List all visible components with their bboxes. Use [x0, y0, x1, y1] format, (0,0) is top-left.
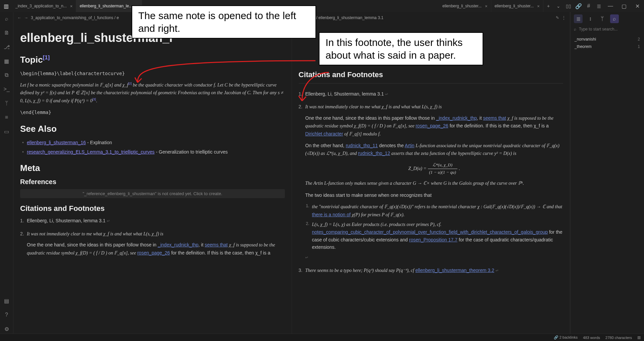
link-tool-icon[interactable]: 🔗 — [574, 0, 584, 12]
wikilink[interactable]: ellenberg_li_shusterman_16 — [27, 140, 86, 145]
status-backlinks[interactable]: 🔗 2 backlinks — [554, 335, 578, 340]
edit-icon[interactable]: ✎ — [556, 15, 559, 20]
layers-icon[interactable]: ≡ — [0, 113, 13, 122]
sidebar-search: ⌕ — [574, 27, 641, 32]
tab-2[interactable]: ellenberg_li_shuster...× — [439, 0, 491, 12]
return-icon[interactable]: ↩ — [107, 218, 109, 223]
book-icon[interactable]: ▤ — [0, 296, 13, 305]
wikilink[interactable]: notes_comparing_cubic_character_of_polyn… — [312, 229, 548, 235]
close-icon[interactable]: × — [537, 4, 540, 9]
return-icon[interactable]: ↩ — [305, 253, 563, 261]
terminal-icon[interactable]: >_ — [0, 84, 13, 94]
wikilink[interactable]: rosen_page_26 — [415, 123, 448, 128]
topic-heading: Topic[1] — [20, 54, 285, 65]
minimize-button[interactable]: — — [604, 0, 617, 12]
t: χ(P) for primes P of 𝔽_q(x). — [351, 212, 405, 217]
right-content[interactable]: Citations and Footnotes Ellenberg, Li, S… — [292, 23, 570, 334]
wikilink[interactable]: there is a notion of — [312, 212, 351, 217]
main-layout: ⌕ 🗎 ⎇ ▦ ⧉ >_ ᛘ ≡ ▭ ▤ ? ⚙ ← → 3_applicati… — [0, 12, 644, 334]
file-icon[interactable]: 🗎 — [0, 28, 13, 38]
wikilink[interactable]: _index_rudnick_thp — [436, 115, 477, 121]
backlink-item[interactable]: _theorem1 — [571, 43, 644, 50]
footnote-2: It was not immediately clear to me what … — [305, 103, 563, 261]
return-icon[interactable]: ↩ — [385, 91, 388, 97]
wikilink[interactable]: seems that — [483, 115, 506, 121]
outline-icon[interactable]: ≣ — [574, 14, 583, 23]
footnote-1: Ellenberg, Li, Shusterman, lemma 3.1 ↩ — [305, 90, 563, 98]
footnote-ref-2[interactable]: [2] — [128, 82, 132, 85]
search-panel-icon[interactable]: ⌕ — [610, 14, 619, 23]
gear-icon[interactable]: ⚙ — [0, 324, 13, 334]
panel-icon[interactable]: ▭ — [0, 127, 13, 136]
footnote-1: Ellenberg, Li, Shusterman, lemma 3.1 ↩ — [27, 217, 285, 224]
fn1-text: Ellenberg, Li, Shusterman, lemma 3.1 — [305, 91, 384, 97]
wikilink[interactable]: _index_rudnick_thp — [158, 242, 198, 247]
lemma-begin: \begin{lemma}\label{charactertocurve} — [20, 70, 285, 77]
tree-icon[interactable]: ᛘ — [598, 14, 607, 23]
git-icon[interactable]: ⎇ — [0, 42, 13, 52]
close-icon[interactable]: × — [70, 4, 73, 9]
search-icon[interactable]: ⌕ — [0, 14, 13, 23]
tab-3[interactable]: ellenberg_li_shuster...× — [491, 0, 543, 12]
wikilink[interactable]: rudnick_thp_11 — [346, 143, 378, 148]
status-panel-icon[interactable]: ▥ — [637, 335, 641, 340]
footnote-ref-1[interactable]: [1] — [43, 54, 50, 61]
editor-area: ← → 3_application_to_nonvanishing_of_l_f… — [13, 12, 644, 334]
fn1-text: Ellenberg, Li, Shusterman, lemma 3.1 — [27, 218, 105, 223]
see-also-heading: See Also — [20, 124, 285, 134]
tab-0[interactable]: _index_3_application_to_n...× — [12, 0, 76, 12]
help-icon[interactable]: ? — [0, 310, 13, 320]
inner-item: L(s, χ_f) = L(s, χ) as Euler products (i… — [312, 221, 563, 251]
wikilink[interactable]: seems that — [205, 242, 228, 247]
nav-forward-icon[interactable]: → — [24, 15, 28, 20]
window-controls: — ▢ ✕ — [604, 0, 644, 12]
wikilink[interactable]: ellenberg_li_shusterman_theorem 3.2 — [415, 268, 494, 273]
list-item: research_generalizing_ELS_Lemma_3.1_to_t… — [27, 148, 285, 156]
more-icon[interactable]: ⋮ — [562, 15, 566, 20]
wikilink[interactable]: rudnick_thp_12 — [358, 151, 390, 156]
sidebar-toggle-icon[interactable]: ▥ — [0, 3, 12, 9]
split-editor-button[interactable]: ▯▯ — [563, 3, 574, 9]
inner-item: the "nontrivial quadratic character of 𝔽… — [312, 203, 563, 219]
eq-fraction: ℒ*(u, χ_D)(1 − u)(1 − qu) — [428, 162, 457, 176]
hash-tool-icon[interactable]: # — [584, 0, 594, 12]
apps-icon[interactable]: ▦ — [0, 56, 13, 66]
new-tab-button[interactable]: + — [543, 3, 553, 9]
close-icon[interactable]: × — [485, 4, 488, 9]
footnote-ref-3[interactable]: [3] — [93, 98, 96, 101]
branch-icon[interactable]: ᛘ — [0, 99, 13, 108]
reference-placeholder[interactable]: "_reference_ellenberg_li_shusterman" is … — [20, 189, 285, 198]
list-item: ellenberg_li_shusterman_16 - Explnation — [27, 139, 285, 146]
maximize-button[interactable]: ▢ — [617, 0, 631, 12]
tab-overflow-button[interactable]: ⌄ — [553, 3, 563, 9]
tab-label: ellenberg_li_shusterman_le... — [80, 4, 132, 8]
citations-heading-left: Citations and Footnotes — [20, 204, 285, 213]
t: asserts that the zeta function of the hy… — [390, 151, 516, 156]
meta-heading: Meta — [20, 163, 285, 173]
eq-lhs: Z_D(u) = — [408, 166, 428, 171]
wikilink[interactable]: Artin — [405, 143, 414, 148]
sort-icon[interactable]: ↕ — [586, 14, 595, 23]
wikilink[interactable]: rosen_Proposition 17.7 — [409, 237, 457, 242]
right-sidebar: ≣ ↕ ᛘ ⌕ ⌕ _nonvanishi2 _theorem1 — [570, 12, 644, 334]
right-pane-header: l_functions / ellenberg_li_shusterman_le… — [292, 12, 570, 23]
return-icon[interactable]: ↩ — [496, 268, 498, 273]
search-input[interactable] — [579, 27, 641, 32]
breadcrumb[interactable]: 3_application_to_nonvanishing_of_l_funct… — [31, 15, 119, 20]
t: , it — [477, 115, 483, 121]
backlink-item[interactable]: _nonvanishi2 — [571, 36, 644, 43]
list-tool-icon[interactable]: ≣ — [594, 0, 604, 12]
t: of 𝔽_q[t] modulo f. — [343, 131, 381, 136]
footnote-list-right: Ellenberg, Li, Shusterman, lemma 3.1 ↩ I… — [299, 90, 563, 274]
wikilink[interactable]: Dirichlet character — [305, 131, 343, 136]
wikilink[interactable]: research_generalizing_ELS_Lemma_3.1_to_t… — [27, 149, 155, 155]
left-pane: ← → 3_application_to_nonvanishing_of_l_f… — [13, 12, 292, 334]
nav-back-icon[interactable]: ← — [17, 15, 21, 20]
left-content[interactable]: ellenberg_li_shusterman_l Topic[1] \begi… — [13, 23, 292, 334]
tab-label: ellenberg_li_shuster... — [442, 4, 482, 8]
wikilink[interactable]: rosen_page_26 — [137, 250, 170, 255]
close-window-button[interactable]: ✕ — [631, 0, 644, 12]
footnote-list-left: Ellenberg, Li, Shusterman, lemma 3.1 ↩ I… — [20, 217, 285, 257]
status-backlinks-label: 2 backlinks — [559, 335, 578, 339]
copy-icon[interactable]: ⧉ — [0, 70, 13, 80]
